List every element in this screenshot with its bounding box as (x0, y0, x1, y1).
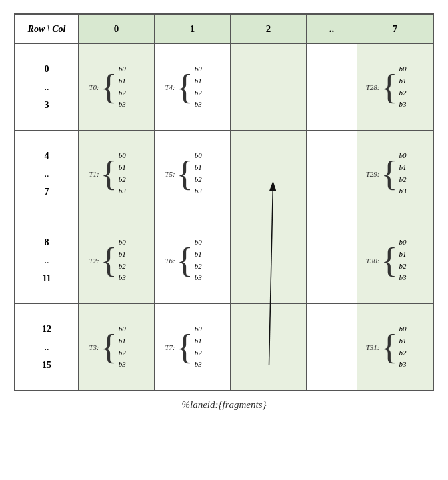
tile-col-0: T1: { b0b1b2b3 { (79, 131, 155, 217)
tile-label: T4: (165, 83, 175, 91)
brace-items: b0b1b2b3 (117, 150, 127, 197)
brace-item: b2 (399, 261, 406, 273)
brace-item: b1 (119, 249, 126, 261)
tile-cell: T4: { b0b1b2b3 { (155, 44, 230, 130)
tile-col-0: T3: { b0b1b2b3 { (79, 304, 155, 391)
brace-item: b2 (195, 347, 202, 359)
brace-item: b2 (399, 347, 406, 359)
brace-item: b3 (195, 272, 202, 284)
tile-cell: T1: { b0b1b2b3 { (79, 131, 154, 217)
brace-item: b1 (195, 75, 202, 87)
tile-col-1: T6: { b0b1b2b3 { (155, 217, 231, 304)
brace-item: b2 (399, 87, 406, 99)
brace-item: b2 (119, 87, 126, 99)
rowcol-header: Row \ Col (15, 15, 79, 44)
brace-left-icon: { (101, 330, 117, 365)
tile-col-2 (231, 131, 307, 217)
brace-item: b2 (195, 261, 202, 273)
brace-left-icon: { (177, 70, 193, 105)
brace-item: b0 (195, 237, 202, 249)
brace-item: b2 (119, 174, 126, 186)
row-end: 11 (42, 270, 51, 287)
row-end: 7 (45, 183, 49, 200)
brace-item: b1 (399, 249, 406, 261)
brace-items: b0b1b2b3 (117, 63, 127, 110)
brace-item: b3 (119, 185, 126, 197)
tile-col-7: T28: { b0b1b2b3 { (357, 44, 433, 131)
row-label-cell: 12 .. 15 (15, 304, 79, 391)
brace-item: b0 (195, 63, 202, 75)
brace-items: b0b1b2b3 (117, 237, 127, 283)
tile-cell: T3: { b0b1b2b3 { (79, 304, 154, 390)
brace-item: b3 (195, 185, 202, 197)
table-row: 8 .. 11 T2: { b0b1b2b3 { T6: { b0b1b2b3 … (15, 217, 433, 304)
brace-items: b0b1b2b3 (397, 237, 407, 283)
tile-cell: T6: { b0b1b2b3 { (155, 217, 230, 303)
row-dots: .. (45, 339, 49, 355)
brace-left-icon: { (381, 157, 397, 191)
brace-item: b3 (399, 272, 406, 284)
brace-item: b3 (195, 99, 202, 111)
brace-item: b3 (119, 359, 126, 371)
brace-left-icon: { (101, 157, 117, 191)
brace-left-icon: { (381, 70, 397, 105)
tile-label: T31: (366, 343, 380, 351)
brace-item: b0 (399, 237, 406, 249)
row-label: 0 .. 3 (15, 44, 78, 130)
brace-item: b0 (195, 323, 202, 335)
tile-label: T0: (89, 83, 99, 91)
tile-col-1: T4: { b0b1b2b3 { (155, 44, 231, 131)
brace-item: b3 (119, 272, 126, 284)
brace-item: b2 (119, 261, 126, 273)
brace-item: b0 (119, 237, 126, 249)
tile-table: Row \ Col 0 1 2 .. 7 0 .. 3 T0: { b0b1b2… (15, 14, 433, 391)
main-table-container: Row \ Col 0 1 2 .. 7 0 .. 3 T0: { b0b1b2… (14, 13, 434, 391)
tile-label: T3: (89, 343, 99, 351)
tile-col-dots (307, 131, 357, 217)
tile-col-1: T5: { b0b1b2b3 { (155, 131, 231, 217)
brace-items: b0b1b2b3 (397, 63, 407, 110)
row-start: 0 (45, 61, 49, 77)
brace-left-icon: { (177, 330, 193, 365)
brace-items: b0b1b2b3 (193, 150, 203, 197)
row-end: 3 (45, 97, 49, 113)
brace-left-icon: { (177, 157, 193, 191)
brace-item: b0 (399, 63, 406, 75)
bracket-content: { b0b1b2b3 { (101, 150, 144, 197)
row-dots: .. (45, 79, 49, 95)
bracket-content: { b0b1b2b3 { (381, 63, 424, 110)
tile-label: T30: (366, 257, 380, 265)
brace-item: b2 (195, 87, 202, 99)
header-row: Row \ Col 0 1 2 .. 7 (15, 15, 433, 44)
tile-label: T28: (366, 83, 380, 91)
row-label: 8 .. 11 (15, 217, 78, 303)
bracket-content: { b0b1b2b3 { (177, 63, 220, 110)
tile-col-2 (231, 304, 307, 391)
table-caption: %laneid:{fragments} (182, 399, 267, 411)
tile-col-7: T31: { b0b1b2b3 { (357, 304, 433, 391)
tile-col-0: T0: { b0b1b2b3 { (79, 44, 155, 131)
brace-item: b1 (119, 162, 126, 174)
row-start: 8 (45, 234, 49, 251)
brace-left-icon: { (101, 70, 117, 105)
bracket-content: { b0b1b2b3 { (381, 237, 424, 283)
tile-label: T29: (366, 170, 380, 178)
brace-item: b0 (119, 150, 126, 162)
row-dots: .. (45, 165, 49, 182)
brace-item: b3 (399, 359, 406, 371)
bracket-content: { b0b1b2b3 { (381, 323, 424, 370)
row-label: 4 .. 7 (15, 131, 78, 217)
col-header-0: 0 (79, 15, 155, 44)
col-header-2: 2 (231, 15, 307, 44)
bracket-content: { b0b1b2b3 { (381, 150, 424, 197)
bracket-content: { b0b1b2b3 { (177, 150, 220, 197)
tile-col-0: T2: { b0b1b2b3 { (79, 217, 155, 304)
col-header-dots: .. (307, 15, 357, 44)
tile-label: T1: (89, 170, 99, 178)
tile-cell: T2: { b0b1b2b3 { (79, 217, 154, 303)
row-label-cell: 8 .. 11 (15, 217, 79, 304)
brace-items: b0b1b2b3 (397, 323, 407, 370)
brace-item: b3 (399, 185, 406, 197)
brace-item: b2 (399, 174, 406, 186)
brace-item: b3 (195, 359, 202, 371)
